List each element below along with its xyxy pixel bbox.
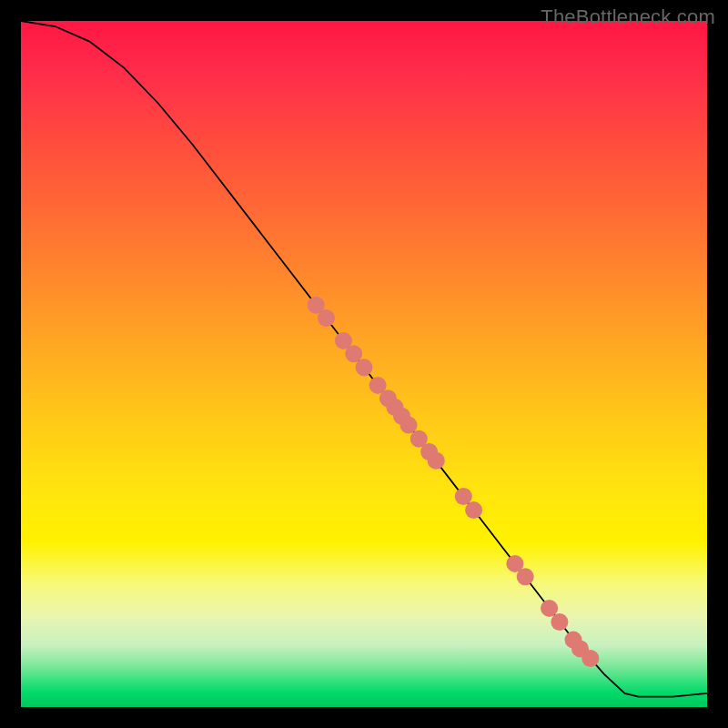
data-marker	[517, 568, 534, 585]
data-marker	[541, 600, 558, 617]
data-marker	[581, 650, 599, 667]
attribution-text: TheBottleneck.com	[541, 5, 715, 29]
markers-group	[308, 297, 600, 667]
data-marker	[455, 488, 472, 505]
data-marker	[428, 452, 445, 470]
chart-svg	[21, 21, 707, 707]
data-marker	[551, 613, 568, 631]
data-marker	[318, 309, 335, 327]
data-marker	[356, 359, 373, 376]
data-marker	[465, 501, 482, 519]
data-marker	[400, 417, 418, 434]
plot-area	[21, 21, 707, 707]
data-marker	[345, 345, 362, 362]
